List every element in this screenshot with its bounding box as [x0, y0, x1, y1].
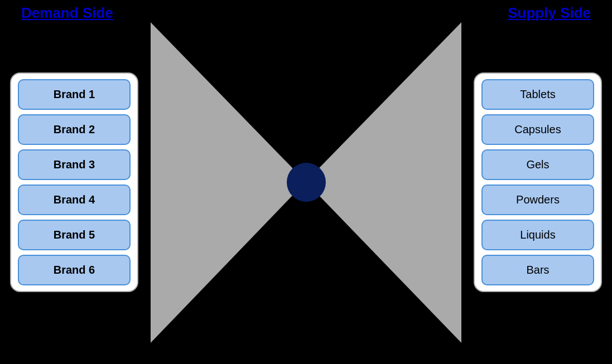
- supply-box-liquids[interactable]: Liquids: [481, 220, 594, 250]
- center-circle: [287, 163, 326, 202]
- supply-panel: Tablets Capsules Gels Powders Liquids Ba…: [474, 72, 602, 292]
- supply-box-gels[interactable]: Gels: [481, 149, 594, 180]
- demand-side-title: Demand Side: [21, 4, 113, 22]
- supply-box-capsules[interactable]: Capsules: [481, 114, 594, 145]
- supply-side-title: Supply Side: [508, 4, 591, 22]
- svg-marker-0: [151, 22, 306, 343]
- brand-box-2[interactable]: Brand 2: [18, 114, 131, 145]
- main-container: Demand Side Supply Side Brand 1 Brand 2 …: [0, 0, 612, 364]
- brand-box-5[interactable]: Brand 5: [18, 220, 131, 250]
- brand-box-4[interactable]: Brand 4: [18, 185, 131, 215]
- svg-marker-1: [306, 22, 461, 343]
- brand-box-3[interactable]: Brand 3: [18, 149, 131, 180]
- supply-box-bars[interactable]: Bars: [481, 255, 594, 285]
- supply-box-tablets[interactable]: Tablets: [481, 79, 594, 110]
- brand-box-1[interactable]: Brand 1: [18, 79, 131, 110]
- demand-panel: Brand 1 Brand 2 Brand 3 Brand 4 Brand 5 …: [10, 72, 138, 292]
- brand-box-6[interactable]: Brand 6: [18, 255, 131, 285]
- supply-box-powders[interactable]: Powders: [481, 185, 594, 215]
